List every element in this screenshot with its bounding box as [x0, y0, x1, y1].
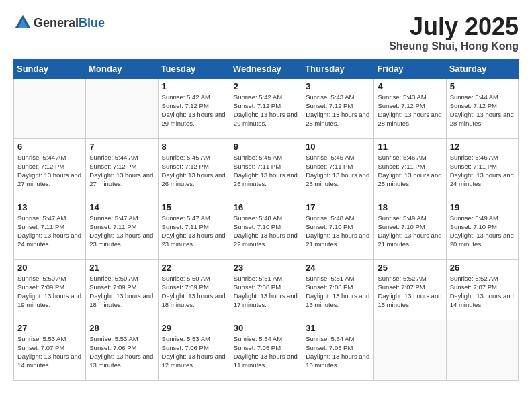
day-number: 13 [17, 202, 82, 212]
day-number: 28 [89, 323, 154, 333]
day-number: 30 [234, 323, 298, 333]
day-number: 11 [378, 142, 442, 152]
month-title: July 2025 [389, 13, 519, 40]
table-row: 17Sunrise: 5:48 AMSunset: 7:10 PMDayligh… [302, 199, 374, 259]
day-info: Sunrise: 5:45 AMSunset: 7:11 PMDaylight:… [234, 153, 298, 189]
table-row [86, 78, 158, 138]
table-row: 20Sunrise: 5:50 AMSunset: 7:09 PMDayligh… [14, 259, 86, 320]
day-info: Sunrise: 5:43 AMSunset: 7:12 PMDaylight:… [306, 93, 370, 128]
day-number: 16 [234, 202, 298, 212]
day-number: 27 [17, 323, 82, 333]
table-row [446, 320, 518, 380]
day-info: Sunrise: 5:47 AMSunset: 7:11 PMDaylight:… [17, 214, 82, 249]
day-info: Sunrise: 5:51 AMSunset: 7:08 PMDaylight:… [234, 274, 298, 310]
day-info: Sunrise: 5:48 AMSunset: 7:10 PMDaylight:… [234, 214, 298, 249]
day-info: Sunrise: 5:48 AMSunset: 7:10 PMDaylight:… [306, 214, 370, 249]
header-wednesday: Wednesday [230, 59, 302, 78]
table-row: 31Sunrise: 5:54 AMSunset: 7:05 PMDayligh… [302, 320, 374, 380]
day-info: Sunrise: 5:54 AMSunset: 7:05 PMDaylight:… [234, 334, 298, 370]
day-number: 9 [234, 142, 298, 152]
calendar: Sunday Monday Tuesday Wednesday Thursday… [13, 59, 519, 381]
logo-icon [13, 13, 32, 32]
calendar-week-row: 20Sunrise: 5:50 AMSunset: 7:09 PMDayligh… [14, 259, 519, 320]
day-info: Sunrise: 5:53 AMSunset: 7:07 PMDaylight:… [17, 334, 82, 370]
table-row: 2Sunrise: 5:42 AMSunset: 7:12 PMDaylight… [230, 78, 302, 138]
day-info: Sunrise: 5:44 AMSunset: 7:12 PMDaylight:… [17, 153, 82, 189]
day-info: Sunrise: 5:53 AMSunset: 7:06 PMDaylight:… [89, 334, 154, 370]
table-row: 25Sunrise: 5:52 AMSunset: 7:07 PMDayligh… [374, 259, 446, 320]
day-info: Sunrise: 5:45 AMSunset: 7:12 PMDaylight:… [162, 153, 226, 189]
day-info: Sunrise: 5:49 AMSunset: 7:10 PMDaylight:… [450, 214, 515, 249]
day-number: 6 [17, 142, 82, 152]
day-number: 8 [162, 142, 226, 152]
day-number: 4 [378, 81, 442, 91]
table-row: 1Sunrise: 5:42 AMSunset: 7:12 PMDaylight… [158, 78, 230, 138]
table-row: 16Sunrise: 5:48 AMSunset: 7:10 PMDayligh… [230, 199, 302, 259]
table-row: 6Sunrise: 5:44 AMSunset: 7:12 PMDaylight… [14, 138, 86, 199]
table-row: 18Sunrise: 5:49 AMSunset: 7:10 PMDayligh… [374, 199, 446, 259]
day-number: 26 [450, 263, 515, 273]
table-row: 27Sunrise: 5:53 AMSunset: 7:07 PMDayligh… [14, 320, 86, 380]
table-row: 5Sunrise: 5:44 AMSunset: 7:12 PMDaylight… [446, 78, 518, 138]
table-row: 9Sunrise: 5:45 AMSunset: 7:11 PMDaylight… [230, 138, 302, 199]
header-friday: Friday [374, 59, 446, 78]
table-row: 4Sunrise: 5:43 AMSunset: 7:12 PMDaylight… [374, 78, 446, 138]
day-number: 2 [234, 81, 298, 91]
weekday-header-row: Sunday Monday Tuesday Wednesday Thursday… [14, 59, 519, 78]
day-number: 15 [162, 202, 226, 212]
day-info: Sunrise: 5:46 AMSunset: 7:11 PMDaylight:… [450, 153, 515, 189]
day-info: Sunrise: 5:42 AMSunset: 7:12 PMDaylight:… [234, 93, 298, 128]
table-row: 7Sunrise: 5:44 AMSunset: 7:12 PMDaylight… [86, 138, 158, 199]
table-row: 26Sunrise: 5:52 AMSunset: 7:07 PMDayligh… [446, 259, 518, 320]
table-row: 29Sunrise: 5:53 AMSunset: 7:06 PMDayligh… [158, 320, 230, 380]
table-row: 24Sunrise: 5:51 AMSunset: 7:08 PMDayligh… [302, 259, 374, 320]
day-number: 14 [89, 202, 154, 212]
day-number: 10 [306, 142, 370, 152]
calendar-week-row: 1Sunrise: 5:42 AMSunset: 7:12 PMDaylight… [14, 78, 519, 138]
table-row: 28Sunrise: 5:53 AMSunset: 7:06 PMDayligh… [86, 320, 158, 380]
day-number: 21 [89, 263, 154, 273]
day-number: 31 [306, 323, 370, 333]
table-row: 30Sunrise: 5:54 AMSunset: 7:05 PMDayligh… [230, 320, 302, 380]
header-monday: Monday [86, 59, 158, 78]
table-row: 19Sunrise: 5:49 AMSunset: 7:10 PMDayligh… [446, 199, 518, 259]
day-info: Sunrise: 5:43 AMSunset: 7:12 PMDaylight:… [378, 93, 442, 128]
day-number: 24 [306, 263, 370, 273]
table-row: 23Sunrise: 5:51 AMSunset: 7:08 PMDayligh… [230, 259, 302, 320]
day-info: Sunrise: 5:50 AMSunset: 7:09 PMDaylight:… [162, 274, 226, 310]
header-tuesday: Tuesday [158, 59, 230, 78]
day-number: 18 [378, 202, 442, 212]
day-info: Sunrise: 5:49 AMSunset: 7:10 PMDaylight:… [378, 214, 442, 249]
logo-general: General [34, 16, 79, 30]
table-row [374, 320, 446, 380]
table-row: 11Sunrise: 5:46 AMSunset: 7:11 PMDayligh… [374, 138, 446, 199]
day-info: Sunrise: 5:51 AMSunset: 7:08 PMDaylight:… [306, 274, 370, 310]
day-info: Sunrise: 5:50 AMSunset: 7:09 PMDaylight:… [89, 274, 154, 310]
calendar-week-row: 6Sunrise: 5:44 AMSunset: 7:12 PMDaylight… [14, 138, 519, 199]
day-info: Sunrise: 5:52 AMSunset: 7:07 PMDaylight:… [378, 274, 442, 310]
header-saturday: Saturday [446, 59, 518, 78]
table-row: 10Sunrise: 5:45 AMSunset: 7:11 PMDayligh… [302, 138, 374, 199]
location-title: Sheung Shui, Hong Kong [389, 40, 519, 52]
table-row: 14Sunrise: 5:47 AMSunset: 7:11 PMDayligh… [86, 199, 158, 259]
day-number: 19 [450, 202, 515, 212]
day-info: Sunrise: 5:45 AMSunset: 7:11 PMDaylight:… [306, 153, 370, 189]
table-row: 12Sunrise: 5:46 AMSunset: 7:11 PMDayligh… [446, 138, 518, 199]
day-number: 12 [450, 142, 515, 152]
title-area: July 2025 Sheung Shui, Hong Kong [389, 13, 519, 52]
day-info: Sunrise: 5:44 AMSunset: 7:12 PMDaylight:… [450, 93, 515, 128]
table-row: 3Sunrise: 5:43 AMSunset: 7:12 PMDaylight… [302, 78, 374, 138]
table-row [14, 78, 86, 138]
day-info: Sunrise: 5:44 AMSunset: 7:12 PMDaylight:… [89, 153, 154, 189]
day-number: 1 [162, 81, 226, 91]
day-number: 5 [450, 81, 515, 91]
day-info: Sunrise: 5:46 AMSunset: 7:11 PMDaylight:… [378, 153, 442, 189]
day-info: Sunrise: 5:53 AMSunset: 7:06 PMDaylight:… [162, 334, 226, 370]
day-number: 3 [306, 81, 370, 91]
table-row: 15Sunrise: 5:47 AMSunset: 7:11 PMDayligh… [158, 199, 230, 259]
table-row: 21Sunrise: 5:50 AMSunset: 7:09 PMDayligh… [86, 259, 158, 320]
table-row: 8Sunrise: 5:45 AMSunset: 7:12 PMDaylight… [158, 138, 230, 199]
day-info: Sunrise: 5:47 AMSunset: 7:11 PMDaylight:… [162, 214, 226, 249]
day-number: 17 [306, 202, 370, 212]
header: GeneralBlue July 2025 Sheung Shui, Hong … [13, 13, 519, 52]
